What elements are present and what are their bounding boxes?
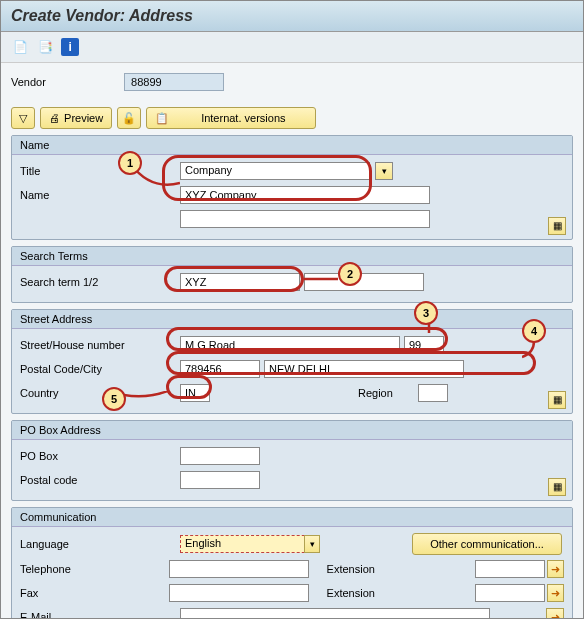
city-input[interactable] [264, 360, 464, 378]
expand-pobox-icon[interactable]: ▦ [548, 478, 566, 496]
other-comm-button[interactable]: Other communication... [412, 533, 562, 555]
expand-street-icon[interactable]: ▦ [548, 391, 566, 409]
preview-label: Preview [64, 112, 103, 124]
preview-button[interactable]: 🖨 Preview [40, 107, 112, 129]
title-value: Company [185, 164, 232, 176]
title-dropdown[interactable]: Company ▾ [180, 162, 370, 180]
tel-more-icon[interactable]: ➜ [547, 560, 564, 578]
fax-ext-input[interactable] [475, 584, 545, 602]
vendor-header: Vendor 88899 [1, 63, 583, 101]
house-input[interactable] [404, 336, 444, 354]
street-panel: Street Address Street/House number Posta… [11, 309, 573, 414]
country-input[interactable] [180, 384, 210, 402]
email-more-icon[interactable]: ➜ [546, 608, 564, 619]
lang-label: Language [20, 538, 180, 550]
search-panel-title: Search Terms [12, 247, 572, 266]
pobox-panel-title: PO Box Address [12, 421, 572, 440]
street-input[interactable] [180, 336, 400, 354]
vendor-value: 88899 [124, 73, 224, 91]
email-label: E-Mail [20, 611, 180, 619]
region-label: Region [358, 387, 418, 399]
copy-icon[interactable]: 📑 [36, 38, 54, 56]
expand-button[interactable]: ▽ [11, 107, 35, 129]
country-label: Country [20, 387, 180, 399]
name-input[interactable] [180, 186, 430, 204]
lock-button[interactable]: 🔓 [117, 107, 141, 129]
vendor-label: Vendor [11, 76, 121, 88]
pobox-label: PO Box [20, 450, 180, 462]
print-icon: 🖨 [49, 112, 60, 124]
title-label: Title [20, 165, 180, 177]
search2-input[interactable] [304, 273, 424, 291]
action-toolbar: ▽ 🖨 Preview 🔓 📋 Internat. versions [11, 107, 573, 129]
expand-name-icon[interactable]: ▦ [548, 217, 566, 235]
internat-button[interactable]: 📋 Internat. versions [146, 107, 316, 129]
lang-value: English [185, 537, 221, 549]
fax-input[interactable] [169, 584, 309, 602]
pobox-postal-label: Postal code [20, 474, 180, 486]
internat-label: Internat. versions [179, 112, 307, 124]
name-panel-title: Name [12, 136, 572, 155]
search-label: Search term 1/2 [20, 276, 180, 288]
page-title: Create Vendor: Address [1, 1, 583, 32]
page-icon[interactable]: 📄 [11, 38, 29, 56]
pobox-postal-input[interactable] [180, 471, 260, 489]
pobox-input[interactable] [180, 447, 260, 465]
tel-label: Telephone [20, 563, 169, 575]
pobox-panel: PO Box Address PO Box Postal code ▦ [11, 420, 573, 501]
name2-input[interactable] [180, 210, 430, 228]
tel-ext-label: Extension [327, 563, 476, 575]
tel-input[interactable] [169, 560, 309, 578]
email-input[interactable] [180, 608, 490, 619]
comm-panel-title: Communication [12, 508, 572, 527]
postal-label: Postal Code/City [20, 363, 180, 375]
copy-icon: 📋 [155, 112, 169, 125]
search-panel: Search Terms Search term 1/2 2 [11, 246, 573, 303]
lang-dropdown[interactable]: English ▾ [180, 535, 320, 553]
comm-panel: Communication Language English ▾ Other c… [11, 507, 573, 619]
chevron-down-icon[interactable]: ▾ [375, 162, 393, 180]
fax-more-icon[interactable]: ➜ [547, 584, 564, 602]
tel-ext-input[interactable] [475, 560, 545, 578]
search1-input[interactable] [180, 273, 300, 291]
postal-input[interactable] [180, 360, 260, 378]
street-panel-title: Street Address [12, 310, 572, 329]
name-panel: Name Title Company ▾ Name ▦ 1 [11, 135, 573, 240]
app-toolbar: 📄 📑 i [1, 32, 583, 63]
fax-ext-label: Extension [327, 587, 476, 599]
street-label: Street/House number [20, 339, 180, 351]
info-icon[interactable]: i [61, 38, 79, 56]
chevron-down-icon[interactable]: ▾ [304, 535, 320, 553]
region-input[interactable] [418, 384, 448, 402]
fax-label: Fax [20, 587, 169, 599]
name-label: Name [20, 189, 180, 201]
